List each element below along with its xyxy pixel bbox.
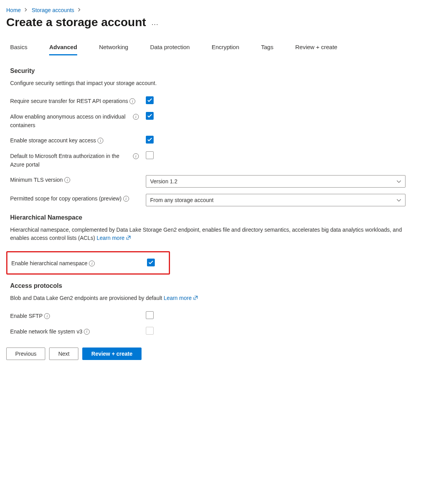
tab-tags[interactable]: Tags — [261, 39, 274, 55]
info-icon[interactable]: i — [44, 313, 50, 319]
min-tls-select[interactable]: Version 1.2 — [146, 175, 406, 188]
enable-sftp-label: Enable SFTP — [10, 312, 42, 321]
copy-scope-value: From any storage account — [150, 197, 214, 203]
tab-data-protection[interactable]: Data protection — [150, 39, 190, 55]
security-heading: Security — [10, 67, 442, 74]
access-protocols-description: Blob and Data Lake Gen2 endpoints are pr… — [10, 294, 412, 302]
enable-nfs-checkbox[interactable] — [146, 327, 154, 335]
chevron-right-icon — [78, 7, 81, 13]
enable-key-access-label: Enable storage account key access — [10, 137, 96, 145]
external-link-icon — [126, 234, 131, 242]
security-description: Configure security settings that impact … — [10, 79, 412, 87]
tab-networking[interactable]: Networking — [99, 39, 128, 55]
access-protocols-learn-more-link[interactable]: Learn more — [164, 295, 198, 301]
chevron-right-icon — [25, 7, 28, 13]
wizard-footer: Previous Next Review + create — [0, 343, 448, 365]
more-actions-icon[interactable]: ⋯ — [151, 17, 159, 28]
min-tls-value: Version 1.2 — [150, 178, 177, 184]
page-title: Create a storage account — [6, 16, 146, 29]
default-entra-label: Default to Microsoft Entra authorization… — [10, 152, 131, 169]
hns-heading: Hierarchical Namespace — [10, 214, 442, 221]
tab-basics[interactable]: Basics — [10, 39, 27, 55]
enable-hns-checkbox[interactable] — [147, 259, 155, 266]
info-icon[interactable]: i — [84, 329, 90, 335]
chevron-down-icon — [397, 178, 401, 184]
min-tls-label: Minimum TLS version — [10, 176, 63, 184]
enable-hns-label: Enable hierarchical namespace — [11, 259, 87, 268]
require-secure-transfer-label: Require secure transfer for REST API ope… — [10, 97, 128, 106]
hns-learn-more-link[interactable]: Learn more — [97, 235, 131, 241]
previous-button[interactable]: Previous — [6, 348, 45, 360]
enable-key-access-checkbox[interactable] — [146, 136, 154, 144]
info-icon[interactable]: i — [64, 177, 70, 183]
default-entra-checkbox[interactable] — [146, 151, 154, 159]
copy-scope-select[interactable]: From any storage account — [146, 194, 406, 206]
breadcrumb-home[interactable]: Home — [6, 7, 21, 13]
enable-sftp-checkbox[interactable] — [146, 311, 154, 319]
next-button[interactable]: Next — [49, 348, 78, 360]
access-protocols-heading: Access protocols — [10, 282, 442, 289]
hns-description: Hierarchical namespace, complemented by … — [10, 226, 412, 242]
wizard-tabs: Basics Advanced Networking Data protecti… — [6, 39, 442, 56]
breadcrumb: Home Storage accounts — [6, 7, 442, 13]
enable-hns-highlight: Enable hierarchical namespace i — [6, 251, 170, 275]
enable-nfs-label: Enable network file system v3 — [10, 328, 82, 336]
breadcrumb-storage-accounts[interactable]: Storage accounts — [32, 7, 74, 13]
info-icon[interactable]: i — [89, 261, 95, 266]
info-icon[interactable]: i — [123, 196, 129, 202]
info-icon[interactable]: i — [133, 153, 139, 159]
info-icon[interactable]: i — [97, 138, 103, 144]
chevron-down-icon — [397, 197, 401, 203]
info-icon[interactable]: i — [133, 114, 139, 120]
allow-anonymous-checkbox[interactable] — [146, 112, 154, 120]
external-link-icon — [193, 294, 198, 302]
require-secure-transfer-checkbox[interactable] — [146, 96, 154, 104]
tab-encryption[interactable]: Encryption — [212, 39, 239, 55]
allow-anonymous-label: Allow enabling anonymous access on indiv… — [10, 113, 131, 129]
info-icon[interactable]: i — [129, 98, 135, 104]
copy-scope-label: Permitted scope for copy operations (pre… — [10, 195, 122, 203]
review-create-button[interactable]: Review + create — [82, 348, 141, 360]
tab-advanced[interactable]: Advanced — [49, 39, 77, 55]
tab-review-create[interactable]: Review + create — [295, 39, 337, 55]
